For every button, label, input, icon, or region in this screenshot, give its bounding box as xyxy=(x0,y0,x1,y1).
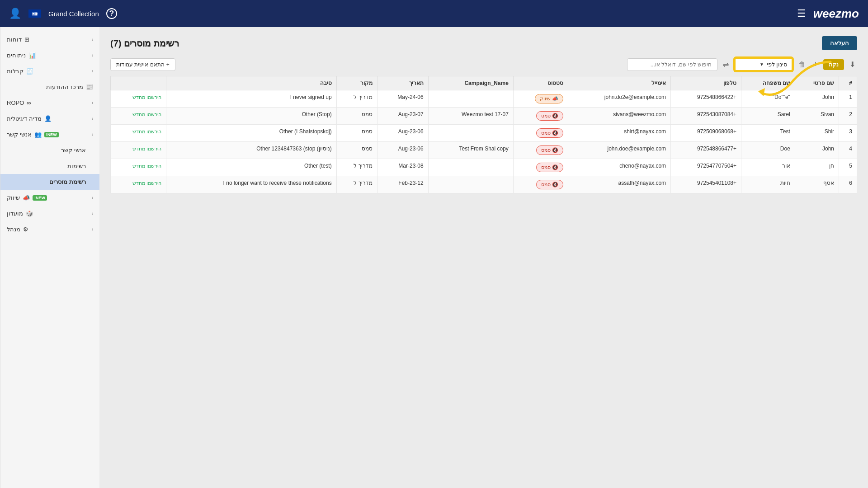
upload-button[interactable]: העלאה xyxy=(822,36,857,50)
sidebar-label-contacts-main: אנשי קשר xyxy=(7,131,32,138)
cell-email: assafh@nayax.com xyxy=(568,176,671,193)
chevron-icon: › xyxy=(92,69,93,74)
reregister-link[interactable]: הירשמו מחדש xyxy=(132,180,161,186)
reregister-link[interactable]: הירשמו מחדש xyxy=(132,129,161,134)
plus-icon: + xyxy=(166,61,170,68)
cell-action[interactable]: הירשמו מחדש xyxy=(111,176,166,193)
cell-date: Aug-23-06 xyxy=(377,142,428,159)
chevron-icon: › xyxy=(92,37,93,42)
col-header-source: מקור xyxy=(336,76,377,90)
chevron-icon: › xyxy=(92,227,93,232)
sidebar-item-contacts-sub[interactable]: אנשי קשר xyxy=(0,142,99,158)
cell-source: סמס xyxy=(336,108,377,125)
cell-action[interactable]: הירשמו מחדש xyxy=(111,125,166,142)
sidebar-label-blocklist: רשימת מוסרים xyxy=(49,178,86,185)
sidebar-item-settings[interactable]: › ⚙ מנהל xyxy=(0,221,99,237)
cell-action[interactable]: הירשמו מחדש xyxy=(111,142,166,159)
cell-email: sivans@weezmo.com xyxy=(568,108,671,125)
club-icon: 🎲 xyxy=(26,210,33,217)
cell-reason: I never signed up xyxy=(166,90,336,108)
chevron-icon: › xyxy=(92,116,93,121)
cell-first: John xyxy=(795,90,839,108)
sidebar: › ⊞ דוחות › 📊 ניתוחים › 🧾 קבלות 📰 מרכז ה… xyxy=(0,27,99,488)
cell-phone: +972547707504 xyxy=(671,159,741,176)
cell-source: מדריך ל xyxy=(336,90,377,108)
reregister-link[interactable]: הירשמו מחדש xyxy=(132,94,161,100)
cell-date: Aug-23-06 xyxy=(377,125,428,142)
grid-icon: ⊞ xyxy=(24,36,29,43)
delete-button[interactable]: 🗑 xyxy=(797,59,807,70)
sidebar-label-contacts-sub: אנשי קשר xyxy=(61,147,86,154)
status-badge: 🔇 סמס xyxy=(536,180,563,189)
cell-email: cheno@nayax.com xyxy=(568,159,671,176)
sort-dropdown[interactable]: סינון לפי ▼ xyxy=(734,57,793,71)
sidebar-item-receipts[interactable]: › 🧾 קבלות xyxy=(0,63,99,79)
cell-first: אסף xyxy=(795,176,839,193)
cell-campaign: Test From Shai copy xyxy=(428,142,513,159)
col-header-action xyxy=(111,76,166,90)
table-row: 5 חן אור +972547707504 cheno@nayax.com 🔇… xyxy=(111,159,857,176)
sidebar-item-marketing[interactable]: › NEW! 📣 שיווק xyxy=(0,190,99,206)
cell-first: John xyxy=(795,142,839,159)
cell-last: חיות xyxy=(741,176,795,193)
sidebar-item-news-center[interactable]: 📰 מרכז ההודעות xyxy=(0,79,99,95)
cell-phone: +972548866477 xyxy=(671,142,741,159)
sidebar-label-lists: רשימות xyxy=(67,163,86,169)
filter-icon-button[interactable]: ⇌ xyxy=(721,58,731,70)
weezmo-logo: weezmo xyxy=(813,7,859,21)
cell-num: 4 xyxy=(839,142,857,159)
cell-action[interactable]: הירשמו מחדש xyxy=(111,108,166,125)
user-icon[interactable]: 👤 xyxy=(9,8,21,19)
sidebar-item-club[interactable]: › 🎲 מועדון xyxy=(0,206,99,221)
cell-source: מדריך ל xyxy=(336,176,377,193)
brand-name: Grand Collection xyxy=(48,10,99,18)
cell-last: Sarel xyxy=(741,108,795,125)
sidebar-item-reports[interactable]: › ⊞ דוחות xyxy=(0,32,99,47)
cell-source: סמס xyxy=(336,142,377,159)
news-icon: 📰 xyxy=(86,84,93,90)
cell-action[interactable]: הירשמו מחדש xyxy=(111,159,166,176)
download-button[interactable]: ⬇ xyxy=(848,58,857,70)
search-input[interactable] xyxy=(627,58,717,71)
cell-last: אור xyxy=(741,159,795,176)
media-icon: 👤 xyxy=(44,115,52,122)
cell-status: 🔇 סמס xyxy=(513,142,568,159)
reregister-link[interactable]: הירשמו מחדש xyxy=(132,146,161,151)
cell-reason: Other (I Shaistopskdj) xyxy=(166,125,336,142)
cell-date: May-24-06 xyxy=(377,90,428,108)
reregister-link[interactable]: הירשמו מחדש xyxy=(132,163,161,169)
add-button[interactable]: + xyxy=(811,58,820,71)
sidebar-label-club: מועדון xyxy=(7,210,23,217)
status-badge: 🔇 סמס xyxy=(536,145,563,155)
cell-reason: (ניסיון) Other 1234847363 (stop xyxy=(166,142,336,159)
cell-phone: +972548866422 xyxy=(671,90,741,108)
nav-right: ☰ weezmo xyxy=(797,7,859,21)
sidebar-item-ropo[interactable]: › ∞ ROPO xyxy=(0,95,99,111)
cell-num: 5 xyxy=(839,159,857,176)
help-icon[interactable]: ? xyxy=(106,8,117,19)
cell-campaign xyxy=(428,159,513,176)
cell-action[interactable]: הירשמו מחדש xyxy=(111,90,166,108)
reregister-link[interactable]: הירשמו מחדש xyxy=(132,112,161,117)
col-header-email: אימייל xyxy=(568,76,671,90)
table-row: 3 Shir Test +972509068068 shirt@nayax.co… xyxy=(111,125,857,142)
cell-phone: +972509068068 xyxy=(671,125,741,142)
sidebar-item-lists[interactable]: רשימות xyxy=(0,158,99,174)
clear-filter-button[interactable]: נקה xyxy=(823,59,844,70)
content-area: העלאה רשימת מוסרים (7) ⬇ נקה + 🗑 סינון ל… xyxy=(99,27,868,488)
table-container: # שם פרטי שם משפחה טלפון אימייל סטטוס Ca… xyxy=(110,76,857,193)
col-header-status: סטטוס xyxy=(513,76,568,90)
hamburger-icon[interactable]: ☰ xyxy=(797,8,806,19)
sidebar-item-analytics[interactable]: › 📊 ניתוחים xyxy=(0,47,99,63)
custom-columns-button[interactable]: + התאם אישית עמודות xyxy=(110,58,175,71)
col-header-num: # xyxy=(839,76,857,90)
cell-campaign: Weezmo test 17-07 xyxy=(428,108,513,125)
sidebar-item-digital-media[interactable]: › 👤 מדיה דיגיטלית xyxy=(0,111,99,127)
sidebar-item-contacts[interactable]: › NEW! 👥 אנשי קשר xyxy=(0,127,99,142)
cell-phone: +972545401108 xyxy=(671,176,741,193)
new-badge-marketing: NEW! xyxy=(33,195,47,201)
cell-email: john.do2e@example.com xyxy=(568,90,671,108)
cell-status: 📣 שיווק xyxy=(513,90,568,108)
col-header-first: שם פרטי xyxy=(795,76,839,90)
sidebar-item-blocklist[interactable]: רשימת מוסרים xyxy=(0,174,99,190)
